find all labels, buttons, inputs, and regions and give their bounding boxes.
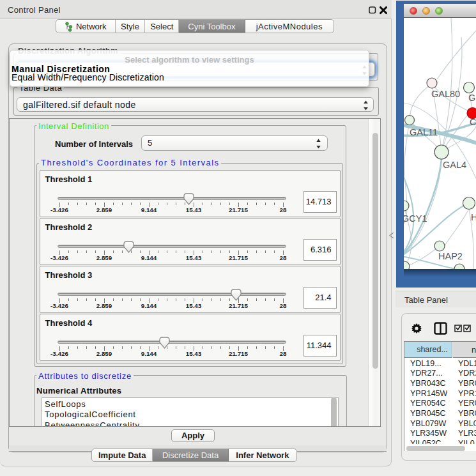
- svg-text:G.: G.: [468, 93, 476, 103]
- svg-text:HAP2: HAP2: [438, 251, 463, 261]
- svg-text:GAL80: GAL80: [431, 89, 460, 99]
- svg-text:GAL11: GAL11: [410, 127, 438, 137]
- svg-text:H: H: [471, 212, 476, 222]
- svg-text:GAL4: GAL4: [443, 160, 466, 170]
- svg-text:C: C: [470, 117, 476, 127]
- svg-text:GCY1: GCY1: [404, 213, 427, 224]
